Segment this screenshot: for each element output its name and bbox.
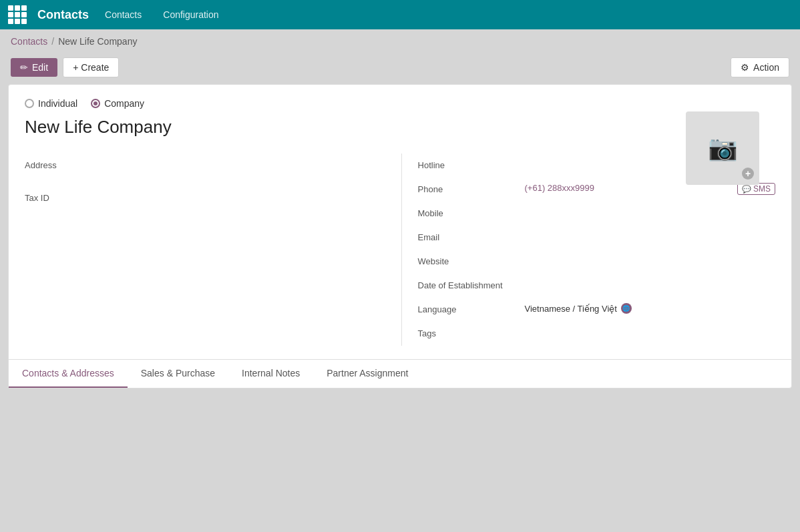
pencil-icon: ✏ bbox=[20, 62, 28, 73]
language-field: Language Vietnamese / Tiếng Việt 🌐 bbox=[418, 298, 775, 322]
email-label: Email bbox=[418, 231, 525, 242]
nav-contacts[interactable]: Contacts bbox=[99, 7, 147, 23]
left-fields: Address Tax ID bbox=[25, 154, 385, 346]
breadcrumb-current: New Life Company bbox=[58, 36, 137, 47]
website-label: Website bbox=[418, 255, 525, 266]
breadcrumb: Contacts / New Life Company bbox=[0, 29, 800, 53]
company-radio[interactable] bbox=[91, 99, 100, 108]
top-navigation: Contacts Contacts Configuration bbox=[0, 0, 800, 29]
vertical-divider bbox=[401, 154, 402, 346]
fields-section: Address Tax ID Hotline bbox=[25, 154, 775, 346]
company-name: New Life Company bbox=[25, 117, 775, 138]
language-globe-icon[interactable]: 🌐 bbox=[621, 303, 632, 314]
gear-icon: ⚙ bbox=[741, 62, 749, 73]
sms-icon: 💬 bbox=[742, 185, 751, 194]
mobile-field: Mobile bbox=[418, 202, 775, 226]
website-field: Website bbox=[418, 250, 775, 274]
individual-radio[interactable] bbox=[25, 99, 34, 108]
tabs-bar: Contacts & Addresses Sales & Purchase In… bbox=[9, 359, 791, 388]
language-value: Vietnamese / Tiếng Việt bbox=[525, 304, 617, 314]
plus-icon: + bbox=[73, 62, 78, 73]
company-label: Company bbox=[104, 98, 144, 109]
tab-sales-purchase[interactable]: Sales & Purchase bbox=[128, 360, 228, 388]
language-value-container: Vietnamese / Tiếng Việt 🌐 bbox=[525, 303, 632, 314]
apps-menu-icon[interactable] bbox=[8, 5, 27, 24]
nav-configuration[interactable]: Configuration bbox=[158, 7, 224, 23]
address-field: Address bbox=[25, 154, 372, 181]
tax-id-label: Tax ID bbox=[25, 192, 132, 203]
individual-label: Individual bbox=[38, 98, 77, 109]
tab-internal-notes[interactable]: Internal Notes bbox=[228, 360, 313, 388]
individual-option[interactable]: Individual bbox=[25, 98, 77, 109]
tax-id-field: Tax ID bbox=[25, 186, 372, 210]
photo-upload-button[interactable]: 📷 + bbox=[686, 111, 759, 185]
tags-field: Tags bbox=[418, 322, 775, 346]
tags-label: Tags bbox=[418, 327, 525, 338]
address-label: Address bbox=[25, 159, 132, 170]
card-inner: 📷 + Individual Company New Life Company bbox=[25, 98, 775, 388]
contact-card: 📷 + Individual Company New Life Company bbox=[8, 84, 792, 388]
email-field: Email bbox=[418, 226, 775, 250]
tab-content-area bbox=[0, 399, 800, 439]
contact-type-selector: Individual Company bbox=[25, 98, 775, 109]
camera-icon: 📷 bbox=[708, 134, 738, 162]
breadcrumb-parent[interactable]: Contacts bbox=[11, 36, 47, 47]
phone-label: Phone bbox=[418, 183, 525, 194]
language-label: Language bbox=[418, 303, 525, 314]
create-button[interactable]: + Create bbox=[63, 57, 119, 77]
company-option[interactable]: Company bbox=[91, 98, 144, 109]
breadcrumb-separator: / bbox=[51, 36, 54, 47]
edit-button[interactable]: ✏ Edit bbox=[11, 58, 57, 77]
date-establishment-label: Date of Establishment bbox=[418, 279, 525, 290]
sms-label: SMS bbox=[753, 184, 771, 194]
mobile-label: Mobile bbox=[418, 207, 525, 218]
date-establishment-field: Date of Establishment bbox=[418, 274, 775, 298]
photo-add-icon: + bbox=[742, 168, 754, 180]
action-toolbar: ✏ Edit + Create ⚙ Action bbox=[0, 53, 800, 84]
action-button[interactable]: ⚙ Action bbox=[731, 57, 789, 77]
tab-contacts-addresses[interactable]: Contacts & Addresses bbox=[9, 360, 128, 388]
hotline-label: Hotline bbox=[418, 159, 525, 170]
app-title: Contacts bbox=[37, 8, 89, 22]
tab-partner-assignment[interactable]: Partner Assignment bbox=[313, 360, 421, 388]
